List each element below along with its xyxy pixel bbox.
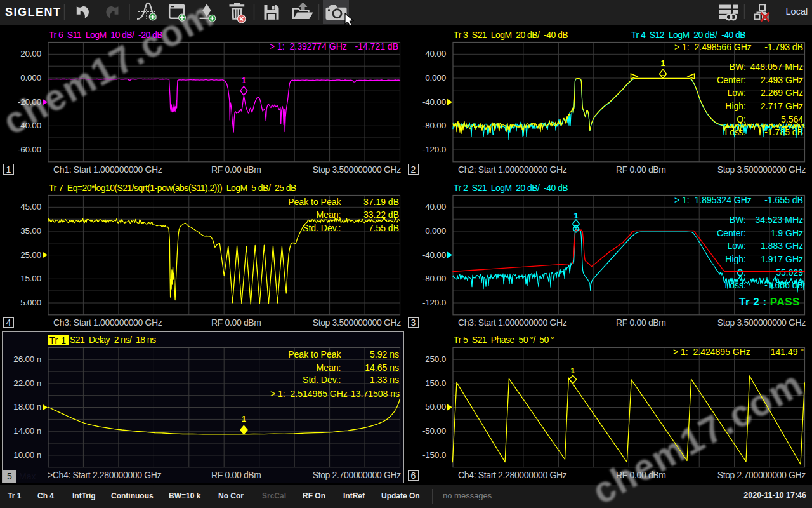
svg-text:1: 1 [242,414,246,424]
svg-text:1: 1 [242,76,246,85]
svg-text:1: 1 [660,58,665,68]
svg-text:Local: Local [786,6,808,17]
svg-text:1: 1 [570,366,575,375]
svg-text:1: 1 [573,211,578,220]
